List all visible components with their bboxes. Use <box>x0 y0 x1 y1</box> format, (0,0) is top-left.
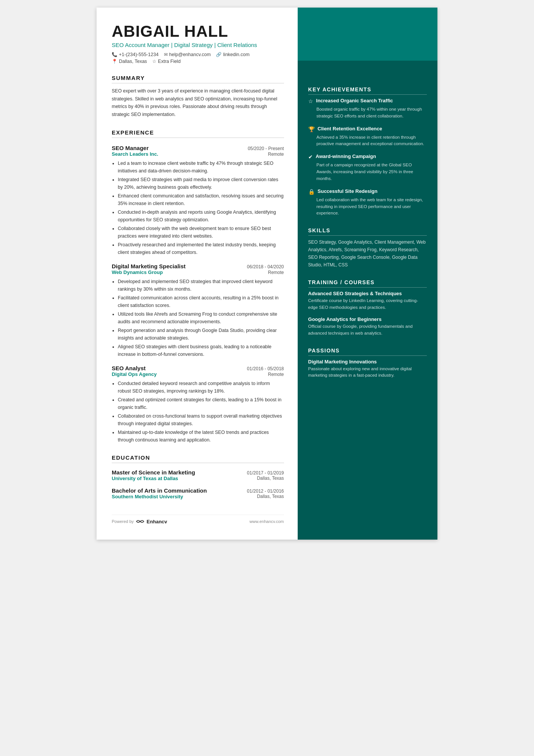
footer: Powered by Enhancv www.enhancv.com <box>112 515 284 524</box>
edu-1-degree: Master of Science in Marketing <box>112 469 195 476</box>
edu-2-dates: 01/2012 - 01/2016 <box>247 488 284 494</box>
edu-2-location: Dallas, Texas <box>257 494 284 499</box>
footer-brand: Powered by Enhancv <box>112 519 167 524</box>
training-2-title: Google Analytics for Beginners <box>308 316 427 322</box>
edu-1-school-row: University of Texas at Dallas Dallas, Te… <box>112 476 284 481</box>
extra-field-text: Extra Field <box>158 59 181 64</box>
job-2: Digital Marketing Specialist 06/2018 - 0… <box>112 263 284 358</box>
job-3-company-row: Digital Ops Agency Remote <box>112 371 284 377</box>
edu-2-degree: Bachelor of Arts in Communication <box>112 487 207 494</box>
right-col-accent-bar <box>298 8 437 61</box>
location-text: Dallas, Texas <box>119 59 147 64</box>
job-3-title: SEO Analyst <box>112 365 145 371</box>
contact-row: 📞 +1-(234)-555-1234 ✉ help@enhancv.com 🔗… <box>112 52 284 57</box>
list-item: Conducted detailed keyword research and … <box>118 380 284 395</box>
phone-item: 📞 +1-(234)-555-1234 <box>112 52 159 57</box>
job-2-company: Web Dynamics Group <box>112 269 163 275</box>
job-3-company: Digital Ops Agency <box>112 371 157 377</box>
training-2-desc: Official course by Google, providing fun… <box>308 323 427 337</box>
passions-title: PASSIONS <box>308 347 427 356</box>
job-1-bullets: Led a team to increase client website tr… <box>112 160 284 256</box>
summary-title: SUMMARY <box>112 75 284 83</box>
lock-achievement-icon: 🔒 <box>308 189 315 195</box>
phone-icon: 📞 <box>112 52 117 57</box>
location-item: 📍 Dallas, Texas <box>112 59 147 64</box>
education-title: EDUCATION <box>112 454 284 463</box>
passion-1-desc: Passionate about exploring new and innov… <box>308 366 427 379</box>
right-column: KEY ACHIEVEMENTS ☆ Increased Organic Sea… <box>298 8 437 540</box>
job-1-location: Remote <box>268 152 284 157</box>
job-2-bullets: Developed and implemented SEO strategies… <box>112 278 284 358</box>
summary-text: SEO expert with over 3 years of experien… <box>112 87 284 119</box>
candidate-title: SEO Account Manager | Digital Strategy |… <box>112 42 284 48</box>
list-item: Utilized tools like Ahrefs and Screaming… <box>118 310 284 326</box>
list-item: Conducted in-depth analysis and reports … <box>118 208 284 224</box>
edu-2-school-row: Southern Methodist University Dallas, Te… <box>112 494 284 499</box>
list-item: Led a team to increase client website tr… <box>118 160 284 175</box>
skills-title: SKILLS <box>308 227 427 236</box>
list-item: Facilitated communication across client … <box>118 294 284 309</box>
left-column: ABIGAIL HALL SEO Account Manager | Digit… <box>97 8 298 540</box>
job-3-bullets: Conducted detailed keyword research and … <box>112 380 284 444</box>
training-title: TRAINING / COURSES <box>308 279 427 288</box>
edu-1-school: University of Texas at Dallas <box>112 476 178 481</box>
list-item: Maintained up-to-date knowledge of the l… <box>118 429 284 444</box>
edu-2-school: Southern Methodist University <box>112 494 183 499</box>
location-icon: 📍 <box>112 59 117 64</box>
training-section: TRAINING / COURSES Advanced SEO Strategi… <box>308 279 427 337</box>
achievement-4-desc: Led collaboration with the web team for … <box>317 197 427 217</box>
achievement-4-title: Successful Site Redesign <box>318 188 378 195</box>
enhancv-logo-icon <box>136 519 144 524</box>
resume-container: ABIGAIL HALL SEO Account Manager | Digit… <box>97 8 437 540</box>
achievement-1-title: Increased Organic Search Traffic <box>316 98 393 104</box>
achievement-2-title: Client Retention Excellence <box>318 126 383 132</box>
list-item: Collaborated on cross-functional teams t… <box>118 412 284 427</box>
edu-1-dates: 01/2017 - 01/2019 <box>247 470 284 476</box>
linkedin-url: linkedin.com <box>223 52 249 57</box>
achievement-3: ✔ Award-winning Campaign Part of a campa… <box>308 153 427 182</box>
job-1-company: Search Leaders Inc. <box>112 151 158 157</box>
list-item: Report generation and analysis through G… <box>118 327 284 342</box>
achievement-2-header: 🏆 Client Retention Excellence <box>308 126 427 133</box>
job-1: SEO Manager 05/2020 - Present Search Lea… <box>112 145 284 256</box>
star-achievement-icon: ☆ <box>308 98 313 105</box>
list-item: Integrated SEO strategies with paid medi… <box>118 176 284 191</box>
achievement-4: 🔒 Successful Site Redesign Led collabora… <box>308 188 427 217</box>
list-item: Collaborated closely with the web develo… <box>118 225 284 240</box>
key-achievements-title: KEY ACHIEVEMENTS <box>308 86 427 95</box>
edu-1-location: Dallas, Texas <box>257 476 284 481</box>
list-item: Enhanced client communication and satisf… <box>118 192 284 207</box>
email-icon: ✉ <box>164 52 168 57</box>
training-1-desc: Certificate course by LinkedIn Learning,… <box>308 297 427 311</box>
passion-1: Digital Marketing Innovations Passionate… <box>308 359 427 379</box>
header-section: ABIGAIL HALL SEO Account Manager | Digit… <box>112 23 284 64</box>
location-row: 📍 Dallas, Texas ☆ Extra Field <box>112 59 284 64</box>
edu-1-header: Master of Science in Marketing 01/2017 -… <box>112 469 284 476</box>
star-icon: ☆ <box>152 59 156 64</box>
edu-1: Master of Science in Marketing 01/2017 -… <box>112 469 284 481</box>
list-item: Created and optimized content strategies… <box>118 396 284 411</box>
footer-website: www.enhancv.com <box>250 519 284 524</box>
achievement-4-header: 🔒 Successful Site Redesign <box>308 188 427 195</box>
job-3-location: Remote <box>268 372 284 377</box>
summary-section: SUMMARY SEO expert with over 3 years of … <box>112 75 284 119</box>
job-2-header: Digital Marketing Specialist 06/2018 - 0… <box>112 263 284 269</box>
job-1-header: SEO Manager 05/2020 - Present <box>112 145 284 151</box>
extra-field-item: ☆ Extra Field <box>152 59 181 64</box>
training-2: Google Analytics for Beginners Official … <box>308 316 427 337</box>
achievement-2-desc: Achieved a 35% increase in client retent… <box>317 134 427 148</box>
job-2-title: Digital Marketing Specialist <box>112 263 186 269</box>
job-1-dates: 05/2020 - Present <box>248 146 284 151</box>
edu-2: Bachelor of Arts in Communication 01/201… <box>112 487 284 499</box>
email-address: help@enhancv.com <box>169 52 211 57</box>
candidate-name: ABIGAIL HALL <box>112 23 284 40</box>
skills-section: SKILLS SEO Strategy, Google Analytics, C… <box>308 227 427 269</box>
phone-number: +1-(234)-555-1234 <box>119 52 159 57</box>
achievement-3-title: Award-winning Campaign <box>316 153 376 160</box>
job-2-location: Remote <box>268 270 284 275</box>
job-3-header: SEO Analyst 01/2016 - 05/2018 <box>112 365 284 371</box>
achievement-3-desc: Part of a campaign recognized at the Glo… <box>317 162 427 182</box>
list-item: Aligned SEO strategies with client busin… <box>118 343 284 358</box>
passions-section: PASSIONS Digital Marketing Innovations P… <box>308 347 427 379</box>
training-1: Advanced SEO Strategies & Techniques Cer… <box>308 291 427 311</box>
